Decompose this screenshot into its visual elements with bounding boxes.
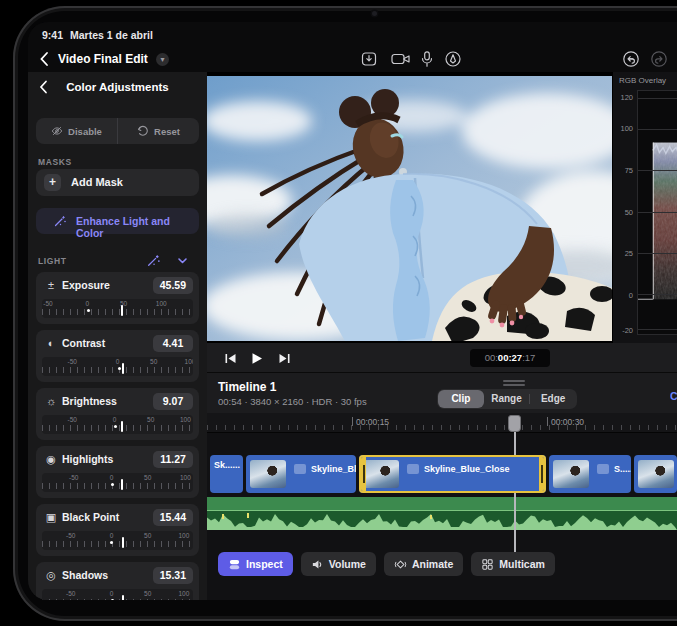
reset-button[interactable]: Reset <box>117 118 199 144</box>
slider-value[interactable]: 15.44 <box>153 509 193 526</box>
photo-icon <box>407 464 419 474</box>
trim-handle-right[interactable] <box>539 457 544 491</box>
slider-cursor[interactable] <box>121 479 123 490</box>
slider-cursor[interactable] <box>121 421 123 432</box>
ruler-timestamp: 00:00:30 <box>547 417 584 427</box>
skip-forward-icon[interactable] <box>277 351 292 366</box>
timeline-ruler[interactable]: 00:00:1500:00:30 <box>207 413 677 433</box>
mode-edge[interactable]: Edge <box>530 390 576 408</box>
slider-track[interactable]: -50050100 <box>42 299 193 318</box>
timecode-current: 00:27 <box>498 352 522 363</box>
contrast-icon: ◐ <box>44 336 58 350</box>
highlights-icon: ◉ <box>44 452 58 466</box>
slider-cursor[interactable] <box>122 595 124 600</box>
audio-track[interactable] <box>207 497 677 530</box>
undo-icon[interactable] <box>622 50 640 68</box>
auto-enhance-icon[interactable] <box>146 253 161 268</box>
slider-value[interactable]: 11.27 <box>153 451 193 468</box>
add-mask-label: Add Mask <box>71 176 123 188</box>
back-icon[interactable] <box>38 51 52 67</box>
adjustment-slider-card: ◉ Highlights 11.27 -50050100 <box>36 446 199 498</box>
mode-clip[interactable]: Clip <box>438 390 484 408</box>
timeline-clip[interactable] <box>634 455 677 493</box>
add-mask-button[interactable]: + Add Mask <box>36 169 199 196</box>
slider-cursor[interactable] <box>122 537 124 548</box>
scope-gridline <box>638 129 677 130</box>
slider-track[interactable]: -50050100 <box>42 357 193 376</box>
slider-value[interactable]: 4.41 <box>153 335 193 352</box>
timeline-clip-selected[interactable]: Skyline_Blue_Close <box>359 455 546 493</box>
microphone-icon[interactable] <box>420 50 434 68</box>
scale-label: -50 <box>69 474 78 481</box>
slider-label: Shadows <box>62 569 108 581</box>
project-title[interactable]: Video Final Edit <box>58 52 148 66</box>
chevron-down-icon[interactable]: ▾ <box>156 53 169 66</box>
enhance-label: Enhance Light and Color <box>76 215 199 239</box>
slider-track[interactable]: -50050100 <box>42 473 193 492</box>
timeline-clip[interactable]: S...... <box>549 455 631 493</box>
slider-value[interactable]: 9.07 <box>153 393 193 410</box>
inspect-button[interactable]: Inspect <box>218 552 293 576</box>
clip-name: S...... <box>614 464 631 474</box>
animate-icon <box>394 558 407 571</box>
adjustment-slider-card: ± Exposure 45.59 -50050100 <box>36 272 199 324</box>
scale-label: 0 <box>116 358 120 365</box>
scope-tick-label: 75 <box>625 166 633 175</box>
slider-value[interactable]: 15.31 <box>153 567 193 584</box>
enhance-light-color-button[interactable]: Enhance Light and Color <box>36 208 199 234</box>
reset-label: Reset <box>154 126 180 137</box>
slider-label: Exposure <box>62 279 110 291</box>
scope-tick-label: 0 <box>629 291 633 300</box>
mode-range[interactable]: Range <box>484 390 530 408</box>
timeline-clip[interactable]: Sk...... <box>210 455 243 493</box>
ruler-ticks <box>207 425 677 430</box>
slider-ticks <box>42 541 193 547</box>
video-preview[interactable] <box>207 72 612 343</box>
timeline-clip[interactable]: Skyline_Blue_Wide <box>246 455 356 493</box>
scale-label: -50 <box>67 358 76 365</box>
redo-icon[interactable] <box>650 50 668 68</box>
screen: 9:41 Martes 1 de abril Video Final Edit … <box>28 22 677 600</box>
volume-button[interactable]: Volume <box>301 552 376 576</box>
panel-header: Color Adjustments <box>28 72 207 104</box>
import-icon[interactable] <box>360 50 378 68</box>
animate-button[interactable]: Animate <box>384 552 463 576</box>
slider-default-dot <box>118 367 121 370</box>
skip-back-icon[interactable] <box>223 351 238 366</box>
plus-icon: + <box>44 174 61 191</box>
clip-thumbnail <box>638 460 674 488</box>
disable-button[interactable]: Disable <box>36 118 117 144</box>
collapse-chevron-icon[interactable] <box>176 254 189 267</box>
multicam-button[interactable]: Multicam <box>471 552 555 576</box>
slider-track[interactable]: -50050100 <box>42 589 193 600</box>
trim-handle-left[interactable] <box>361 457 366 491</box>
scope-gridline <box>638 294 677 295</box>
slider-label: Contrast <box>62 337 105 349</box>
multicam-icon <box>481 558 494 571</box>
light-sliders: ± Exposure 45.59 -50050100 ◐ Contrast 4.… <box>36 272 199 600</box>
slider-ticks <box>42 309 193 315</box>
slider-cursor[interactable] <box>122 363 124 374</box>
cut-off-link[interactable]: C <box>670 390 677 402</box>
scale-label: -50 <box>43 300 52 307</box>
slider-track[interactable]: -50050100 <box>42 415 193 434</box>
slider-ticks <box>42 599 193 600</box>
photo-icon <box>597 464 609 474</box>
inspect-icon <box>228 558 241 571</box>
timeline-resize-handle[interactable] <box>503 380 525 386</box>
scale-label: 50 <box>144 474 151 481</box>
play-icon[interactable] <box>249 351 264 366</box>
camera-icon[interactable] <box>390 50 412 68</box>
slider-label: Highlights <box>62 453 113 465</box>
black-point-icon: ▣ <box>44 510 58 524</box>
slider-track[interactable]: -50050100 <box>42 531 193 550</box>
playhead-handle[interactable] <box>508 415 521 432</box>
scope-gridline <box>638 253 677 254</box>
pencil-tool-icon[interactable] <box>444 50 462 68</box>
slider-value[interactable]: 45.59 <box>153 277 193 294</box>
brightness-icon: ☼ <box>44 394 58 408</box>
scale-label: 100 <box>179 532 190 539</box>
slider-cursor[interactable] <box>121 305 123 316</box>
volume-icon <box>311 558 324 571</box>
clip-thumbnail <box>363 460 399 488</box>
